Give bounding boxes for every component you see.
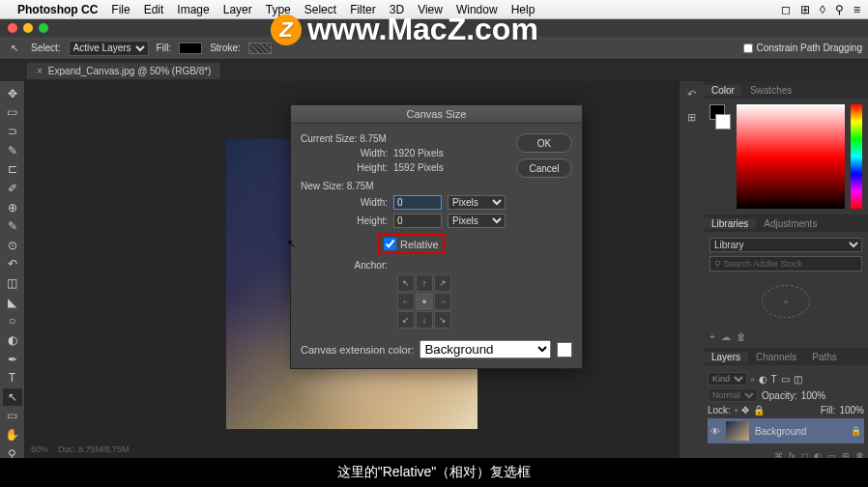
lock-position-icon[interactable]: ✥ bbox=[741, 405, 749, 415]
move-tool[interactable]: ✥ bbox=[3, 85, 22, 102]
libraries-tab[interactable]: Libraries bbox=[704, 218, 756, 229]
menu-file[interactable]: File bbox=[111, 3, 130, 16]
quick-select-tool[interactable]: ✎ bbox=[3, 142, 22, 159]
anchor-w[interactable]: ← bbox=[397, 293, 415, 310]
select-dropdown[interactable]: Active Layers bbox=[69, 41, 149, 56]
paths-tab[interactable]: Paths bbox=[804, 352, 845, 362]
pen-tool[interactable]: ✒ bbox=[3, 351, 22, 368]
anchor-ne[interactable]: ↗ bbox=[434, 274, 451, 292]
gradient-tool[interactable]: ◣ bbox=[3, 294, 22, 311]
menu-image[interactable]: Image bbox=[177, 3, 209, 16]
menu-extras-icon[interactable]: ≡ bbox=[854, 3, 860, 16]
blur-tool[interactable]: ○ bbox=[3, 313, 22, 330]
stock-search-input[interactable]: ⚲ Search Adobe Stock bbox=[709, 256, 862, 272]
constrain-checkbox[interactable]: Constrain Path Dragging bbox=[743, 43, 862, 53]
filter-image-icon[interactable]: ▫ bbox=[751, 374, 755, 385]
brush-tool[interactable]: ✎ bbox=[3, 217, 22, 235]
visibility-toggle-icon[interactable]: 👁 bbox=[710, 426, 720, 437]
lib-add-icon[interactable]: + bbox=[709, 331, 715, 342]
ok-button[interactable]: OK bbox=[516, 133, 572, 153]
eraser-tool[interactable]: ◫ bbox=[3, 274, 22, 292]
history-brush-tool[interactable]: ↶ bbox=[3, 256, 22, 273]
subtitle-text: 这里的"Relative"（相对）复选框 bbox=[337, 464, 532, 481]
hand-tool[interactable]: ✋ bbox=[3, 426, 22, 444]
extension-color-select[interactable]: Background bbox=[420, 340, 551, 358]
anchor-se[interactable]: ↘ bbox=[434, 311, 451, 329]
layers-tab[interactable]: Layers bbox=[704, 352, 748, 362]
opacity-value[interactable]: 100% bbox=[801, 390, 826, 401]
lock-all-icon[interactable]: 🔒 bbox=[753, 405, 765, 415]
library-select[interactable]: Library bbox=[709, 238, 862, 252]
lock-label: Lock: bbox=[708, 405, 731, 415]
layer-name: Background bbox=[755, 426, 806, 437]
new-width-input[interactable] bbox=[393, 195, 442, 210]
lib-cloud-icon[interactable]: ☁ bbox=[721, 331, 731, 342]
anchor-nw[interactable]: ↖ bbox=[397, 274, 415, 292]
new-height-input[interactable] bbox=[393, 214, 442, 228]
filter-smart-icon[interactable]: ◫ bbox=[794, 374, 802, 385]
filter-shape-icon[interactable]: ▭ bbox=[781, 374, 790, 385]
display-icon[interactable]: ◻ bbox=[781, 3, 791, 16]
dialog-title: Canvas Size bbox=[291, 105, 582, 124]
properties-panel-icon[interactable]: ⊞ bbox=[683, 108, 701, 126]
relative-checkbox[interactable] bbox=[384, 238, 396, 250]
anchor-center[interactable]: ● bbox=[416, 293, 433, 310]
tools-panel: ✥ ▭ ⊃ ✎ ⊏ ✐ ⊕ ✎ ⊙ ↶ ◫ ◣ ○ ◐ ✒ T ↖ ▭ ✋ ⚲ bbox=[0, 81, 25, 487]
minimize-window-button[interactable] bbox=[23, 23, 33, 33]
cancel-button[interactable]: Cancel bbox=[516, 158, 572, 178]
anchor-grid[interactable]: ↖↑↗ ←●→ ↙↓↘ bbox=[397, 274, 572, 329]
history-panel-icon[interactable]: ↶ bbox=[683, 85, 701, 102]
blend-mode-select[interactable]: Normal bbox=[708, 388, 758, 402]
zoom-level[interactable]: 50% bbox=[31, 444, 48, 454]
anchor-e[interactable]: → bbox=[434, 293, 451, 310]
battery-icon[interactable]: ◊ bbox=[820, 3, 825, 16]
anchor-n[interactable]: ↑ bbox=[416, 274, 433, 292]
swatches-tab[interactable]: Swatches bbox=[742, 85, 799, 96]
current-width-label: Width: bbox=[301, 148, 388, 158]
crop-tool[interactable]: ⊏ bbox=[3, 161, 22, 179]
adjustments-tab[interactable]: Adjustments bbox=[756, 218, 825, 229]
anchor-sw[interactable]: ↙ bbox=[397, 311, 415, 329]
healing-tool[interactable]: ⊕ bbox=[3, 199, 22, 216]
layer-lock-icon[interactable]: 🔒 bbox=[851, 426, 861, 436]
maximize-window-button[interactable] bbox=[39, 23, 48, 33]
eyedropper-tool[interactable]: ✐ bbox=[3, 180, 22, 197]
anchor-s[interactable]: ↓ bbox=[416, 311, 433, 329]
height-unit-select[interactable]: Pixels bbox=[448, 214, 506, 228]
close-tab-icon[interactable]: × bbox=[37, 66, 43, 76]
path-selection-icon: ↖ bbox=[6, 40, 23, 57]
panel-bg-swatch[interactable] bbox=[715, 114, 731, 129]
width-unit-select[interactable]: Pixels bbox=[448, 195, 506, 210]
filter-type-icon[interactable]: T bbox=[771, 374, 777, 385]
color-tab[interactable]: Color bbox=[704, 85, 742, 96]
menu-layer[interactable]: Layer bbox=[223, 3, 252, 16]
layer-thumbnail[interactable] bbox=[726, 421, 749, 441]
fill-swatch[interactable] bbox=[179, 43, 202, 54]
document-tab[interactable]: × Expand_Canvas.jpg @ 50% (RGB/8*) bbox=[27, 63, 221, 79]
app-menu[interactable]: Photoshop CC bbox=[17, 3, 98, 16]
marquee-tool[interactable]: ▭ bbox=[3, 104, 22, 122]
wifi-icon[interactable]: ⊞ bbox=[800, 3, 810, 16]
type-tool[interactable]: T bbox=[3, 369, 22, 387]
lasso-tool[interactable]: ⊃ bbox=[3, 123, 22, 140]
lib-trash-icon[interactable]: 🗑 bbox=[737, 331, 746, 342]
extension-color-label: Canvas extension color: bbox=[301, 344, 414, 356]
clone-tool[interactable]: ⊙ bbox=[3, 237, 22, 254]
color-spectrum[interactable] bbox=[737, 104, 845, 209]
layer-row-background[interactable]: 👁 Background 🔒 bbox=[708, 418, 864, 444]
filter-adjust-icon[interactable]: ◐ bbox=[759, 374, 767, 385]
hue-slider[interactable] bbox=[851, 104, 862, 209]
extension-color-swatch[interactable] bbox=[557, 342, 572, 358]
channels-tab[interactable]: Channels bbox=[748, 352, 804, 362]
shape-tool[interactable]: ▭ bbox=[3, 408, 22, 425]
dodge-tool[interactable]: ◐ bbox=[3, 331, 22, 349]
layer-kind-filter[interactable]: Kind bbox=[708, 372, 747, 386]
lock-pixels-icon[interactable]: ▫ bbox=[735, 405, 738, 415]
stroke-swatch[interactable] bbox=[248, 43, 272, 54]
library-drop-target[interactable]: + bbox=[762, 285, 810, 318]
menu-edit[interactable]: Edit bbox=[144, 3, 164, 16]
path-selection-tool[interactable]: ↖ bbox=[3, 388, 22, 406]
search-icon[interactable]: ⚲ bbox=[835, 3, 844, 16]
fill-opacity-value[interactable]: 100% bbox=[839, 405, 864, 415]
close-window-button[interactable] bbox=[8, 23, 17, 33]
